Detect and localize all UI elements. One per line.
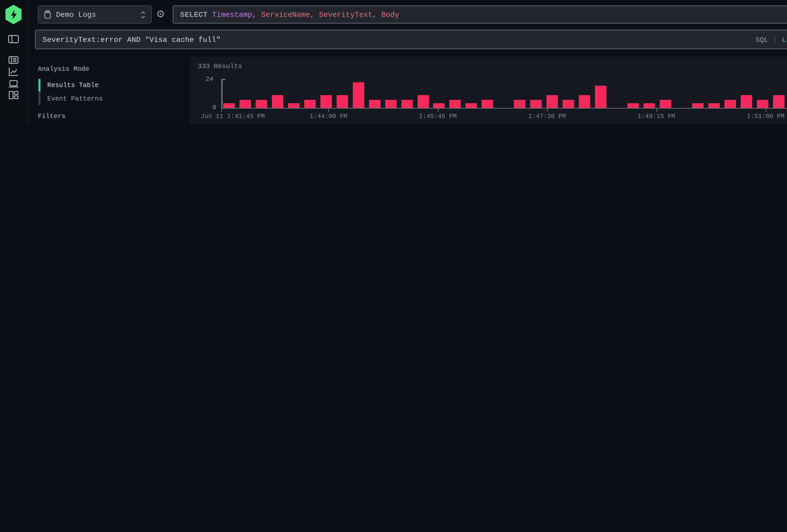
- filters-sidebar: Analysis Mode Results Table Event Patter…: [27, 57, 190, 124]
- x-axis-tick-label: 1:49:15 PM: [637, 113, 675, 120]
- sidebar-item-event-patterns[interactable]: Event Patterns: [38, 92, 183, 105]
- histogram-bar: [239, 100, 251, 108]
- results-histogram[interactable]: 24 0 Jun 11 1:41:45 PM1:44:00 PM1:45:45 …: [221, 79, 787, 108]
- analysis-mode-title: Analysis Mode: [38, 65, 89, 73]
- y-axis-line: [221, 79, 222, 109]
- select-field: Timestamp: [212, 10, 252, 18]
- active-indicator: [38, 79, 40, 91]
- query-language-toggle: SQL | Lucene: [756, 36, 787, 43]
- histogram-bar: [579, 95, 590, 108]
- x-axis-line: [221, 108, 787, 109]
- comma: ,: [310, 10, 319, 18]
- x-axis-tick: [656, 109, 657, 112]
- sessions-laptop-icon[interactable]: [7, 78, 20, 90]
- results-panel: 333 Results Scanned Rows: 788242 24 0 Ju…: [190, 57, 787, 124]
- source-select-label: Demo Logs: [56, 10, 136, 18]
- select-fields: Timestamp, ServiceName, SeverityText, Bo…: [208, 10, 399, 18]
- histogram-bar: [514, 100, 526, 108]
- search-input[interactable]: SeverityText:error AND "Visa cache full"…: [35, 30, 787, 49]
- dashboards-icon[interactable]: [7, 89, 20, 101]
- select-clause-input[interactable]: SELECT Timestamp, ServiceName, SeverityT…: [173, 5, 787, 24]
- results-count: 333 Results: [198, 63, 242, 70]
- histogram-bar: [433, 103, 445, 108]
- y-axis-max-label: 24: [206, 76, 213, 83]
- histogram-bar: [288, 103, 299, 108]
- histogram-bar: [256, 100, 267, 108]
- comma: ,: [252, 10, 261, 18]
- left-rail: ? U: [0, 0, 28, 124]
- x-axis-tick: [328, 109, 329, 112]
- histogram-bar: [449, 100, 461, 108]
- updown-chevron-icon: [140, 10, 146, 18]
- select-keyword: SELECT: [180, 10, 208, 18]
- histogram-bar: [417, 95, 429, 108]
- app-window: ? U Demo Logs ⚙ SELECT Timestamp, Servic…: [0, 0, 787, 124]
- histogram-bar: [563, 100, 574, 108]
- histogram-bar: [628, 103, 639, 108]
- y-axis-min-label: 0: [212, 104, 216, 111]
- histogram-bar: [466, 103, 477, 108]
- x-axis-tick-label: 1:45:45 PM: [419, 113, 456, 120]
- x-axis-tick-label: 1:47:30 PM: [528, 113, 566, 120]
- histogram-bar: [530, 100, 542, 108]
- search-query-text: SeverityText:error AND "Visa cache full": [42, 36, 756, 43]
- histogram-bar: [773, 95, 784, 108]
- source-select[interactable]: Demo Logs: [38, 5, 152, 24]
- sidebar-item-label: Results Table: [47, 81, 99, 89]
- histogram-bar: [547, 95, 558, 108]
- histogram-bar: [369, 100, 380, 108]
- x-axis-tick-label: Jun 11 1:41:45 PM: [201, 113, 264, 120]
- database-icon: [44, 10, 51, 19]
- histogram-bar: [757, 100, 768, 108]
- source-settings-gear-icon[interactable]: ⚙: [153, 7, 168, 22]
- histogram-bar: [708, 103, 720, 108]
- histogram-bar: [482, 100, 493, 108]
- logs-search-icon[interactable]: [7, 54, 20, 66]
- lang-option-lucene[interactable]: Lucene: [782, 36, 787, 43]
- lightning-bolt-icon: [10, 9, 17, 20]
- histogram-bar: [272, 95, 283, 108]
- x-axis-tick: [438, 109, 438, 112]
- inactive-indicator: [38, 92, 40, 105]
- histogram-bar: [595, 86, 607, 108]
- histogram-bar: [741, 95, 752, 108]
- histogram-bar: [304, 100, 316, 108]
- filters-title: Filters: [38, 113, 65, 120]
- histogram-bar: [353, 82, 364, 108]
- comma: ,: [373, 10, 381, 18]
- histogram-bar: [724, 100, 736, 108]
- sidebar-item-results-table[interactable]: Results Table: [38, 78, 183, 92]
- select-field: ServiceName: [261, 10, 310, 18]
- sidebar-item-label: Event Patterns: [47, 95, 103, 102]
- y-axis-top-tick: [221, 79, 226, 80]
- x-axis-tick: [547, 109, 548, 112]
- x-axis-tick-label: 1:51:00 PM: [747, 113, 785, 120]
- histogram-bar: [692, 103, 703, 108]
- histogram-bar: [336, 95, 348, 108]
- histogram-bar: [643, 103, 655, 108]
- histogram-bar: [320, 95, 332, 108]
- select-field: Body: [381, 10, 399, 18]
- query-toolbar: Demo Logs ⚙ SELECT Timestamp, ServiceNam…: [27, 0, 787, 57]
- toggle-sidebar-icon[interactable]: [7, 33, 20, 45]
- x-axis-tick-label: 1:44:00 PM: [310, 113, 347, 120]
- x-axis-tick: [766, 109, 766, 112]
- histogram-bar: [385, 100, 396, 108]
- histogram-bar: [401, 100, 412, 108]
- select-field: SeverityText: [319, 10, 373, 18]
- main-area: Demo Logs ⚙ SELECT Timestamp, ServiceNam…: [27, 0, 787, 124]
- app-logo[interactable]: [5, 5, 22, 24]
- histogram-bar: [660, 100, 671, 108]
- x-axis-tick: [221, 109, 222, 112]
- histogram-bar: [224, 103, 235, 108]
- lang-option-sql[interactable]: SQL: [756, 36, 768, 43]
- lang-divider: |: [773, 36, 777, 43]
- chart-explorer-icon[interactable]: [7, 65, 20, 78]
